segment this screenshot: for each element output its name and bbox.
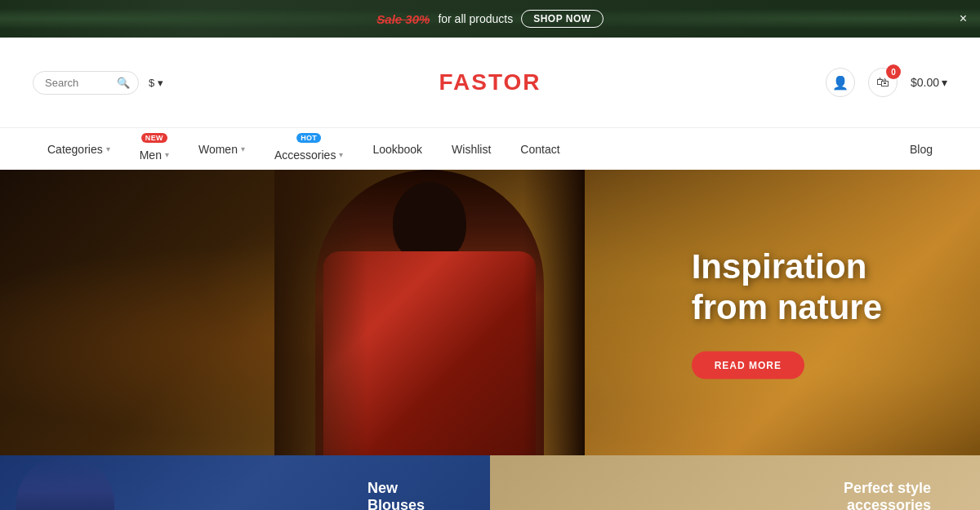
user-account-button[interactable]: 👤	[826, 68, 855, 97]
logo-part2: OR	[504, 69, 541, 95]
logo-accent: T	[488, 69, 504, 95]
hero-title: Inspiration from nature	[692, 246, 882, 329]
nav-item-lookbook[interactable]: Lookbook	[358, 128, 437, 171]
nav-label-categories: Categories	[47, 143, 103, 156]
logo-part1: FAS	[439, 69, 488, 95]
panel-accessories[interactable]: Perfect style accessories	[490, 455, 980, 510]
panel-right-text: Perfect style accessories	[844, 480, 931, 510]
categories-chevron-icon: ▾	[106, 144, 110, 153]
nav-item-categories[interactable]: Categories ▾	[33, 128, 125, 171]
currency-symbol: $	[149, 77, 154, 89]
accessories-chevron-icon: ▾	[339, 150, 343, 159]
nav-item-men[interactable]: NEW Men ▾	[125, 128, 184, 171]
currency-chevron-icon: ▾	[158, 77, 163, 89]
nav-label-blog: Blog	[910, 143, 933, 156]
nav-item-blog[interactable]: Blog	[895, 128, 947, 171]
nav-label-women: Women	[198, 143, 238, 156]
header: 🔍 $ ▾ FASTOR 👤 🛍 0 $0.00 ▾	[0, 38, 980, 127]
cart-price-chevron-icon: ▾	[942, 76, 947, 89]
panel-left-text: New Blouses	[368, 480, 425, 510]
sale-text: Sale 30%	[376, 12, 430, 26]
nav-label-contact: Contact	[520, 143, 559, 156]
nav-label-men: Men	[140, 149, 162, 162]
accessories-badge: HOT	[296, 133, 321, 143]
nav-label-wishlist: Wishlist	[452, 143, 491, 156]
nav-item-accessories[interactable]: HOT Accessories ▾	[260, 128, 358, 171]
men-badge: NEW	[141, 133, 167, 143]
banner-description: for all products	[438, 12, 513, 25]
nav-label-lookbook: Lookbook	[372, 143, 422, 156]
user-icon: 👤	[832, 75, 849, 91]
hero-text-block: Inspiration from nature READ MORE	[692, 246, 882, 379]
top-banner: Sale 30% for all products SHOP NOW ×	[0, 0, 980, 38]
hero-title-line1: Inspiration	[692, 247, 867, 286]
cart-icon: 🛍	[876, 75, 889, 90]
banner-content: Sale 30% for all products SHOP NOW	[376, 10, 603, 28]
women-chevron-icon: ▾	[241, 144, 245, 153]
cart-button[interactable]: 🛍 0	[868, 68, 898, 97]
panel-right-line1: Perfect style	[844, 480, 931, 498]
panel-left-line2: Blouses	[368, 497, 425, 510]
currency-selector[interactable]: $ ▾	[149, 77, 163, 89]
logo[interactable]: FASTOR	[439, 69, 541, 95]
panel-new-blouses[interactable]: New Blouses	[0, 455, 490, 510]
cart-badge: 0	[886, 64, 901, 79]
banner-close-button[interactable]: ×	[960, 11, 967, 26]
search-box[interactable]: 🔍	[33, 71, 139, 95]
cart-price-value: $0.00	[911, 76, 939, 89]
nav-item-women[interactable]: Women ▾	[184, 128, 260, 171]
hero-title-line2: from nature	[692, 288, 882, 326]
search-icon: 🔍	[117, 77, 130, 89]
men-chevron-icon: ▾	[165, 150, 169, 159]
cart-price[interactable]: $0.00 ▾	[911, 76, 947, 89]
hero-image-area	[274, 170, 585, 455]
nav-item-contact[interactable]: Contact	[506, 128, 574, 171]
nav-item-wishlist[interactable]: Wishlist	[437, 128, 506, 171]
search-input[interactable]	[45, 77, 110, 89]
shop-now-button[interactable]: SHOP NOW	[521, 10, 603, 28]
nav-label-accessories: Accessories	[274, 149, 336, 162]
hero-section: Inspiration from nature READ MORE	[0, 170, 980, 455]
hero-read-more-button[interactable]: READ MORE	[692, 351, 804, 379]
panel-right-line2: accessories	[844, 497, 931, 510]
navigation: Categories ▾ NEW Men ▾ Women ▾ HOT Acces…	[0, 127, 980, 170]
header-right: 👤 🛍 0 $0.00 ▾	[826, 68, 947, 97]
panel-left-line1: New	[368, 480, 425, 498]
bottom-panels: New Blouses Perfect style accessories	[0, 455, 980, 510]
